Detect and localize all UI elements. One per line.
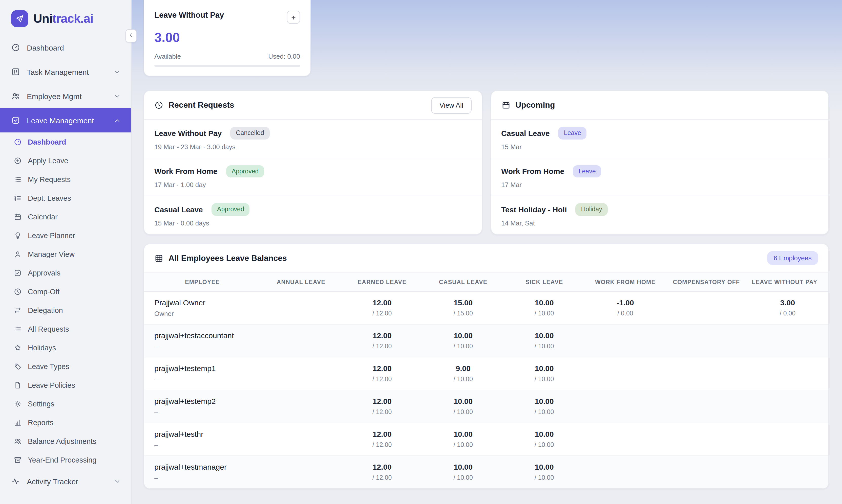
sidebar-subitem[interactable]: Settings bbox=[0, 394, 131, 413]
table-icon bbox=[154, 253, 164, 263]
balance-cell bbox=[585, 390, 666, 422]
leave-balances-table: EMPLOYEEANNUAL LEAVEEARNED LEAVECASUAL L… bbox=[144, 273, 828, 488]
employee-name: Prajjwal Owner bbox=[154, 298, 257, 307]
chevron-left-icon bbox=[128, 32, 134, 40]
table-row[interactable]: prajjwal+testemp1 – 12.00/ 12.00 9.00/ 1… bbox=[144, 357, 828, 390]
sidebar-subitem-label: Manager View bbox=[28, 250, 75, 258]
sidebar-subitem[interactable]: Leave Policies bbox=[0, 376, 131, 394]
add-leave-button[interactable]: + bbox=[287, 11, 300, 24]
sidebar-subitem[interactable]: Leave Planner bbox=[0, 226, 131, 245]
balance-cell bbox=[747, 357, 828, 390]
sidebar-item-label: Activity Tracker bbox=[27, 477, 78, 486]
brand-logo: Unitrack.ai bbox=[0, 0, 131, 35]
bar-chart-icon bbox=[14, 418, 22, 427]
sidebar-item-label: Dashboard bbox=[27, 43, 64, 52]
table-row[interactable]: prajjwal+testemp2 – 12.00/ 12.00 10.00/ … bbox=[144, 390, 828, 422]
balance-cell: 15.00/ 15.00 bbox=[423, 291, 503, 324]
table-row[interactable]: prajjwal+testaccountant – 12.00/ 12.00 1… bbox=[144, 324, 828, 357]
balance-cell bbox=[261, 357, 342, 390]
sidebar-subitem-label: Leave Types bbox=[28, 362, 69, 370]
sidebar-subitem[interactable]: Holidays bbox=[0, 338, 131, 357]
sidebar-subitem[interactable]: Comp-Off bbox=[0, 282, 131, 301]
sidebar-item-activity-tracker[interactable]: Activity Tracker bbox=[0, 469, 131, 493]
list-icon bbox=[14, 175, 22, 183]
sidebar-collapse-button[interactable] bbox=[125, 29, 137, 42]
upcoming-list-item[interactable]: Casual Leave Leave 15 Mar bbox=[491, 120, 828, 158]
upcoming-item-title: Work From Home bbox=[501, 167, 565, 176]
table-row[interactable]: prajjwal+testmanager – 12.00/ 12.00 10.0… bbox=[144, 455, 828, 488]
users-icon bbox=[14, 437, 22, 445]
request-list-item[interactable]: Casual Leave Approved 15 Mar · 0.00 days bbox=[144, 196, 481, 234]
archive-icon bbox=[14, 456, 22, 464]
balance-cell bbox=[666, 422, 747, 455]
sidebar-subitem[interactable]: Approvals bbox=[0, 263, 131, 282]
bulb-icon bbox=[14, 231, 22, 239]
upcoming-list-item[interactable]: Test Holiday - Holi Holiday 14 Mar, Sat bbox=[491, 196, 828, 234]
table-row[interactable]: prajjwal+testhr – 12.00/ 12.00 10.00/ 10… bbox=[144, 422, 828, 455]
balance-cell bbox=[585, 455, 666, 488]
sidebar-subitem[interactable]: Apply Leave bbox=[0, 151, 131, 170]
table-row[interactable]: Prajjwal Owner Owner 12.00/ 12.00 15.00/… bbox=[144, 291, 828, 324]
balance-cell: 12.00/ 12.00 bbox=[342, 422, 423, 455]
balance-cell bbox=[261, 455, 342, 488]
balance-cell bbox=[666, 291, 747, 324]
balance-cell: 10.00/ 10.00 bbox=[504, 422, 585, 455]
employee-name: prajjwal+testaccountant bbox=[154, 331, 257, 340]
employee-cell: prajjwal+testaccountant – bbox=[144, 324, 261, 357]
swap-icon bbox=[14, 306, 22, 314]
sidebar-subitem[interactable]: Calendar bbox=[0, 207, 131, 226]
sidebar-subitem[interactable]: Dashboard bbox=[0, 132, 131, 151]
activity-icon bbox=[11, 477, 20, 486]
sidebar-item-leave-management[interactable]: Leave Management bbox=[0, 108, 131, 132]
balance-cell: 10.00/ 10.00 bbox=[423, 324, 503, 357]
request-list-item[interactable]: Leave Without Pay Cancelled 19 Mar - 23 … bbox=[144, 120, 481, 158]
employee-cell: prajjwal+testemp2 – bbox=[144, 390, 261, 422]
sidebar-subitem[interactable]: Balance Adjustments bbox=[0, 432, 131, 450]
balance-progress-bar bbox=[154, 65, 300, 67]
employee-cell: prajjwal+testhr – bbox=[144, 422, 261, 455]
sidebar-item[interactable]: Task Management bbox=[0, 60, 131, 84]
balance-cell bbox=[261, 324, 342, 357]
view-all-button[interactable]: View All bbox=[431, 97, 471, 113]
status-badge: Approved bbox=[226, 165, 264, 177]
employee-cell: prajjwal+testemp1 – bbox=[144, 357, 261, 390]
employee-name: prajjwal+testemp2 bbox=[154, 397, 257, 405]
employee-cell: prajjwal+testmanager – bbox=[144, 455, 261, 488]
sidebar-subitem-label: Apply Leave bbox=[28, 157, 68, 164]
upcoming-list-item[interactable]: Work From Home Leave 17 Mar bbox=[491, 158, 828, 196]
sidebar-subitem[interactable]: Leave Types bbox=[0, 357, 131, 376]
sidebar-subitem-label: All Requests bbox=[28, 325, 69, 333]
sidebar-nav: Dashboard Task Management Employee Mgmt bbox=[0, 35, 131, 108]
sidebar-item-label: Leave Management bbox=[27, 116, 94, 125]
leave-balances-card: All Employees Leave Balances 6 Employees… bbox=[144, 244, 829, 489]
balance-cell: 10.00/ 10.00 bbox=[423, 390, 503, 422]
brand-name: Unitrack.ai bbox=[33, 12, 93, 26]
balance-cell bbox=[261, 422, 342, 455]
balance-card-title: Leave Without Pay bbox=[154, 11, 224, 20]
sidebar-item[interactable]: Dashboard bbox=[0, 35, 131, 60]
sidebar-subitem[interactable]: Year-End Processing bbox=[0, 450, 131, 469]
balance-cell bbox=[261, 390, 342, 422]
sidebar-subitem[interactable]: Manager View bbox=[0, 245, 131, 263]
calendar-icon bbox=[501, 101, 510, 110]
balance-cell bbox=[666, 455, 747, 488]
request-title: Leave Without Pay bbox=[154, 129, 222, 138]
sidebar-item[interactable]: Employee Mgmt bbox=[0, 84, 131, 108]
request-title: Casual Leave bbox=[154, 205, 203, 214]
tag-icon bbox=[14, 362, 22, 370]
sidebar-subitem[interactable]: Delegation bbox=[0, 301, 131, 320]
balance-cell: 9.00/ 10.00 bbox=[423, 357, 503, 390]
sidebar-subitem[interactable]: Dept. Leaves bbox=[0, 188, 131, 207]
recent-requests-list: Leave Without Pay Cancelled 19 Mar - 23 … bbox=[144, 120, 481, 234]
request-list-item[interactable]: Work From Home Approved 17 Mar · 1.00 da… bbox=[144, 158, 481, 196]
balance-value: 3.00 bbox=[154, 30, 300, 46]
sidebar-subitem[interactable]: My Requests bbox=[0, 170, 131, 188]
sidebar-subitem[interactable]: All Requests bbox=[0, 320, 131, 338]
used-label: Used: 0.00 bbox=[268, 53, 300, 60]
sidebar-subitem[interactable]: Reports bbox=[0, 413, 131, 432]
users-icon bbox=[11, 91, 20, 101]
sidebar-subitem-label: Leave Policies bbox=[28, 381, 75, 389]
clock-icon bbox=[154, 101, 164, 110]
sidebar-subitem-label: Calendar bbox=[28, 213, 58, 221]
employee-name: prajjwal+testemp1 bbox=[154, 364, 257, 372]
